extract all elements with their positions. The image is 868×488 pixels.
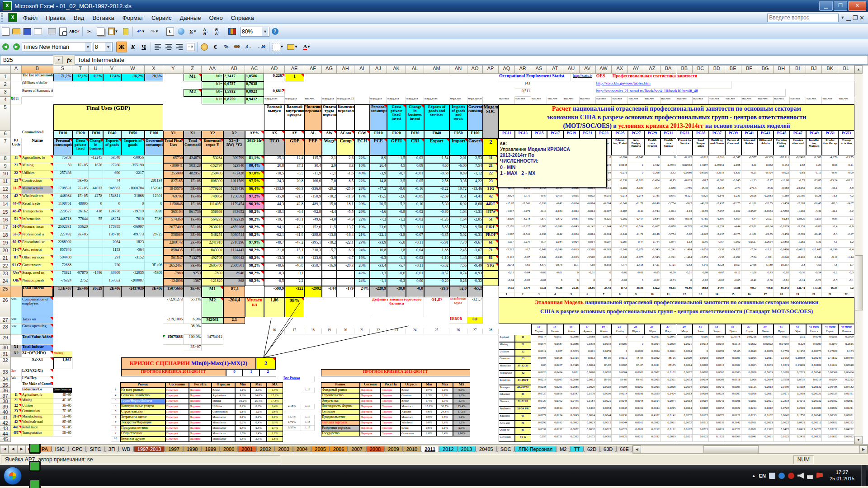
column-header-BE[interactable]: BE [725, 66, 741, 74]
column-header-BH[interactable]: BH [774, 66, 790, 74]
row-header-20[interactable]: 20 [0, 248, 11, 255]
row-header-23[interactable]: 23 [0, 271, 11, 278]
row-header-34[interactable]: 34 [0, 376, 11, 382]
sheet-tab-CPC[interactable]: CPC [68, 446, 86, 452]
sheet-tab-ЗП[interactable]: ЗП [105, 446, 119, 452]
column-header-AA[interactable]: AA [202, 66, 223, 74]
sheet-tab-2010[interactable]: 2010 [403, 446, 421, 452]
sheet-tab-62D[interactable]: 62D [584, 446, 600, 452]
row-header-38[interactable]: 38 [0, 399, 11, 404]
underline-icon[interactable]: Ч [139, 42, 149, 52]
save-icon[interactable] [22, 27, 32, 37]
link-bls[interactable]: http://stats.bls.gov/oes/tables.htm [596, 81, 731, 89]
open-icon[interactable] [11, 27, 21, 37]
menu-Правка[interactable]: Правка [42, 13, 70, 23]
sheet-tab-1998[interactable]: 1998 [183, 446, 201, 452]
menu-Вид[interactable]: Вид [70, 13, 89, 23]
currency-icon[interactable] [199, 42, 209, 52]
selected-cell-B25[interactable]: Total Interm [22, 286, 53, 297]
vertical-scrollbar[interactable]: ▲ ▼ [854, 66, 863, 444]
start-button[interactable] [4, 467, 22, 485]
scroll-up-icon[interactable]: ▲ [854, 66, 863, 74]
sort-asc-icon[interactable]: АЯ↓ [200, 27, 211, 37]
row-header-43[interactable]: 43 [0, 426, 11, 431]
column-header-AG[interactable]: AG [322, 66, 337, 74]
menu-Данные[interactable]: Данные [175, 13, 205, 23]
euro-insert-icon[interactable]: € [165, 27, 175, 37]
sheet-tab-2000[interactable]: 2000 [220, 446, 238, 452]
row-header-1[interactable]: 1 [0, 74, 11, 81]
column-header-AM[interactable]: AM [424, 66, 449, 74]
hyperlink-icon[interactable] [176, 27, 186, 37]
show-desktop-button[interactable] [861, 465, 866, 486]
column-header-A[interactable]: A [11, 66, 22, 74]
italic-icon[interactable]: K [128, 42, 138, 52]
taskbar-clock[interactable]: 17:2725.01.2015 [826, 469, 858, 482]
sheet-tab-1999[interactable]: 1999 [201, 446, 219, 452]
decimal-increase-icon[interactable]: ,0→ [243, 42, 255, 52]
thousands-icon[interactable]: 000 [232, 42, 242, 52]
sheet-tab-2011[interactable]: 2011 [421, 446, 439, 452]
column-header-AC[interactable]: AC [245, 66, 264, 74]
print-icon[interactable] [47, 27, 57, 37]
spellcheck-icon[interactable]: ABC✓ [69, 27, 80, 37]
tray-network-icon[interactable] [807, 473, 813, 479]
row-header-19[interactable]: 19 [0, 240, 11, 248]
column-header-BJ[interactable]: BJ [806, 66, 822, 74]
sheet-tab-2009[interactable]: 2009 [384, 446, 402, 452]
help-icon[interactable]: ? [270, 27, 280, 37]
format-painter-icon[interactable] [121, 27, 131, 37]
column-header-BC[interactable]: BC [693, 66, 709, 74]
decimal-decrease-icon[interactable]: ←,00 [255, 42, 267, 52]
scroll-left-icon[interactable]: ◀ [633, 446, 641, 454]
print-preview-icon[interactable] [58, 27, 68, 37]
column-header-AP[interactable]: AP [483, 66, 499, 74]
column-header-AB[interactable]: AB [223, 66, 245, 74]
sheet-tab-2013[interactable]: 2013 [458, 446, 476, 452]
column-header-BB[interactable]: BB [677, 66, 693, 74]
column-header-AY[interactable]: AY [628, 66, 644, 74]
column-header-BD[interactable]: BD [709, 66, 725, 74]
column-header-AW[interactable]: AW [596, 66, 612, 74]
chart-wizard-icon[interactable] [227, 27, 237, 37]
column-header-AK[interactable]: AK [387, 66, 406, 74]
row-header-37[interactable]: 37 [0, 393, 11, 399]
cut-icon[interactable]: ✂ [85, 27, 94, 37]
column-header-W[interactable]: W [121, 66, 145, 74]
row-header-2[interactable]: 2 [0, 81, 11, 89]
column-header-BK[interactable]: BK [822, 66, 838, 74]
ask-question-input[interactable] [767, 14, 839, 22]
column-header-AD[interactable]: AD [264, 66, 285, 74]
workbook-minimize-icon[interactable]: ▁ ❐ ✕ [846, 14, 864, 21]
row-header-44[interactable]: 44 [0, 431, 11, 436]
row-header-21[interactable]: 21 [0, 255, 11, 263]
redo-icon[interactable]: ↷▼ [148, 27, 161, 37]
sort-desc-icon[interactable]: ЯА↓ [212, 27, 223, 37]
sheet-tab-2001[interactable]: 2001 [238, 446, 256, 452]
column-header-AS[interactable]: AS [531, 66, 547, 74]
column-header-AT[interactable]: AT [547, 66, 563, 74]
menu-Сервис[interactable]: Сервис [147, 13, 176, 23]
row-header-39[interactable]: 39 [0, 404, 11, 409]
row-header-31[interactable]: 31 [0, 351, 11, 357]
tray-ati-icon[interactable] [788, 473, 794, 479]
maximize-button[interactable]: ❐ [834, 1, 847, 11]
menu-Справка[interactable]: Справка [227, 13, 258, 23]
scroll-down-icon[interactable]: ▼ [854, 436, 863, 444]
column-header-AR[interactable]: AR [515, 66, 531, 74]
column-header-BF[interactable]: BF [741, 66, 758, 74]
column-header-BG[interactable]: BG [757, 66, 774, 74]
sheet-tab-63D[interactable]: 63D [600, 446, 616, 452]
fx-icon[interactable]: fx [67, 56, 72, 64]
percent-icon[interactable]: % [221, 42, 231, 52]
sheet-tab-ISIC[interactable]: ISIC [52, 446, 68, 452]
undo-icon[interactable]: ↶▼ [135, 27, 147, 37]
menu-Окно[interactable]: Окно [205, 13, 226, 23]
row-header-3[interactable]: 3 [0, 89, 11, 97]
row-header-9[interactable]: 9 [0, 163, 11, 171]
column-header-AJ[interactable]: AJ [370, 66, 387, 74]
zoom-combobox[interactable]: 80%▼ [241, 27, 269, 37]
row-header-6[interactable]: 6 [0, 131, 11, 138]
menu-Формат[interactable]: Формат [118, 13, 147, 23]
column-header-V[interactable]: V [103, 66, 121, 74]
